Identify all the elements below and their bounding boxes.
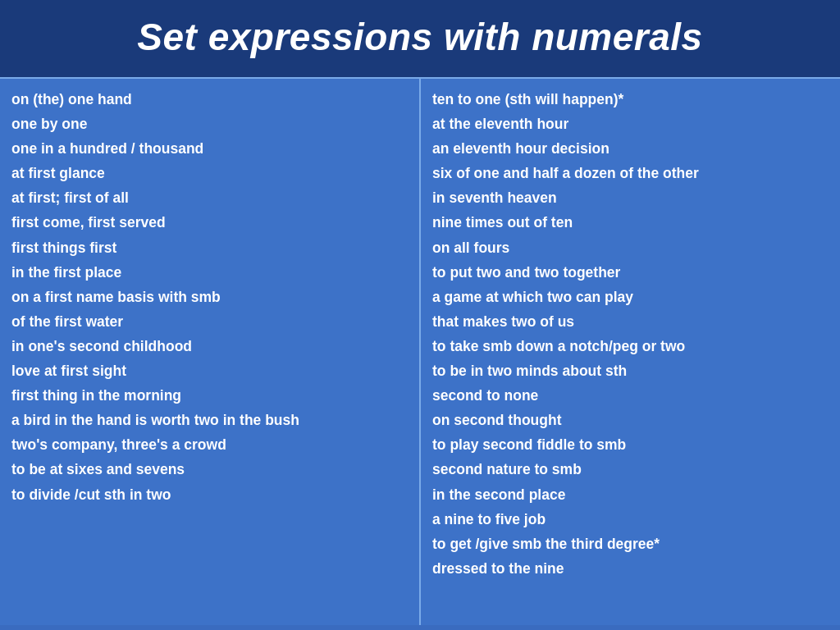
list-item: in one's second childhood xyxy=(11,334,408,358)
list-item: to put two and two together xyxy=(432,260,829,285)
list-item: first things first xyxy=(11,235,408,260)
list-item: at first glance xyxy=(11,161,408,185)
list-item: two's company, three's a crowd xyxy=(11,432,408,457)
list-item: six of one and half a dozen of the other xyxy=(432,161,829,185)
list-item: to play second fiddle to smb xyxy=(432,432,829,457)
list-item: to get /give smb the third degree* xyxy=(432,532,829,556)
list-item: one in a hundred / thousand xyxy=(11,136,408,161)
list-item: a game at which two can play xyxy=(432,285,829,309)
list-item: second nature to smb xyxy=(432,457,829,482)
list-item: first thing in the morning xyxy=(11,383,408,408)
list-item: one by one xyxy=(11,112,408,136)
list-item: a bird in the hand is worth two in the b… xyxy=(11,408,408,432)
list-item: first come, first served xyxy=(11,210,408,235)
list-item: dressed to the nine xyxy=(432,556,829,581)
list-item: to be in two minds about sth xyxy=(432,358,829,383)
list-item: that makes two of us xyxy=(432,309,829,334)
left-column: on (the) one handone by oneone in a hund… xyxy=(0,79,421,625)
list-item: to divide /cut sth in two xyxy=(11,482,408,507)
list-item: nine times out of ten xyxy=(432,210,829,235)
list-item: on (the) one hand xyxy=(11,87,408,112)
content-area: on (the) one handone by oneone in a hund… xyxy=(0,77,840,625)
list-item: in the first place xyxy=(11,260,408,285)
list-item: to take smb down a notch/peg or two xyxy=(432,334,829,358)
list-item: love at first sight xyxy=(11,358,408,383)
right-column: ten to one (sth will happen)*at the elev… xyxy=(421,79,840,625)
list-item: on second thought xyxy=(432,408,829,432)
list-item: at the eleventh hour xyxy=(432,112,829,136)
list-item: in the second place xyxy=(432,482,829,507)
list-item: to be at sixes and sevens xyxy=(11,457,408,482)
list-item: ten to one (sth will happen)* xyxy=(432,87,829,112)
list-item: of the first water xyxy=(11,309,408,334)
list-item: at first; first of all xyxy=(11,185,408,210)
list-item: second to none xyxy=(432,383,829,408)
list-item: a nine to five job xyxy=(432,507,829,532)
list-item: on a first name basis with smb xyxy=(11,285,408,309)
page-title: Set expressions with numerals xyxy=(16,15,824,59)
list-item: on all fours xyxy=(432,235,829,260)
page-header: Set expressions with numerals xyxy=(0,0,840,77)
list-item: an eleventh hour decision xyxy=(432,136,829,161)
list-item: in seventh heaven xyxy=(432,185,829,210)
